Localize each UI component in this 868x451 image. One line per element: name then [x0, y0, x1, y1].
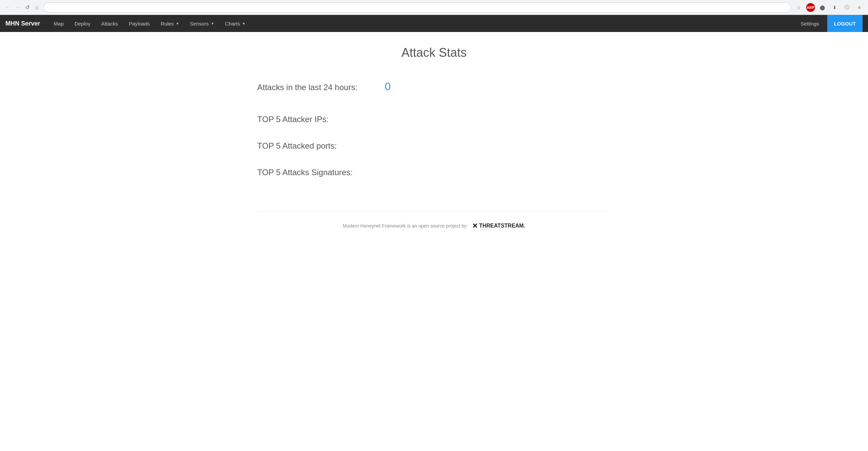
- rules-dropdown-arrow: ▼: [176, 22, 179, 26]
- top5-ports-label: TOP 5 Attacked ports:: [257, 141, 611, 151]
- navbar-right: Settings LOGOUT: [795, 15, 863, 32]
- navbar-nav: Map Deploy Attacks Payloads Rules ▼ Sens…: [48, 15, 795, 32]
- sensors-dropdown-arrow: ▼: [211, 22, 214, 26]
- logout-button[interactable]: LOGOUT: [827, 15, 863, 32]
- top5-ips-label: TOP 5 Attacker IPs:: [257, 115, 611, 124]
- top5-signatures-section: TOP 5 Attacks Signatures:: [257, 168, 611, 177]
- top5-signatures-label: TOP 5 Attacks Signatures:: [257, 168, 611, 177]
- charts-dropdown-arrow: ▼: [242, 22, 245, 26]
- nav-item-rules[interactable]: Rules ▼: [155, 15, 185, 32]
- nav-item-sensors[interactable]: Sensors ▼: [185, 15, 220, 32]
- navbar: MHN Server Map Deploy Attacks Payloads R…: [0, 15, 868, 32]
- browser-actions: ☆ ABP ⬤ ⬇ ⓘ ≡: [794, 3, 864, 12]
- nav-item-deploy[interactable]: Deploy: [69, 15, 96, 32]
- adblock-button[interactable]: ABP: [806, 3, 815, 12]
- browser-chrome: ← → ↺ ⌂ 192.168.5.3/ui/dashboard/ ☆ ABP …: [0, 0, 868, 15]
- info-button[interactable]: ⓘ: [842, 3, 852, 12]
- main-content: Attack Stats Attacks in the last 24 hour…: [230, 32, 638, 254]
- nav-item-payloads[interactable]: Payloads: [123, 15, 155, 32]
- attacks-24h-section: Attacks in the last 24 hours: 0: [257, 80, 611, 98]
- nav-buttons: ← → ↺ ⌂: [4, 3, 41, 12]
- footer: Modern Honeynet Framework is an open sou…: [257, 211, 611, 240]
- footer-text: Modern Honeynet Framework is an open sou…: [343, 223, 468, 229]
- settings-link[interactable]: Settings: [795, 15, 824, 32]
- home-button[interactable]: ⌂: [33, 3, 41, 12]
- nav-item-attacks[interactable]: Attacks: [96, 15, 123, 32]
- footer-content: Modern Honeynet Framework is an open sou…: [257, 222, 611, 230]
- reload-button[interactable]: ↺: [23, 3, 31, 12]
- back-button[interactable]: ←: [4, 3, 12, 12]
- navbar-brand: MHN Server: [5, 20, 40, 27]
- menu-button[interactable]: ≡: [854, 3, 864, 12]
- top5-ports-section: TOP 5 Attacked ports:: [257, 141, 611, 151]
- attacks-24h-value: 0: [385, 80, 391, 93]
- threatstream-name: THREATSTREAM.: [479, 223, 525, 229]
- page-title: Attack Stats: [257, 46, 611, 60]
- url-input[interactable]: 192.168.5.3/ui/dashboard/: [48, 5, 787, 10]
- nav-item-charts[interactable]: Charts ▼: [220, 15, 251, 32]
- nav-item-map[interactable]: Map: [48, 15, 69, 32]
- extension-button[interactable]: ⬤: [818, 3, 827, 12]
- download-button[interactable]: ⬇: [830, 3, 839, 12]
- star-button[interactable]: ☆: [794, 3, 803, 12]
- top5-ips-section: TOP 5 Attacker IPs:: [257, 115, 611, 124]
- attacks-24h-row: Attacks in the last 24 hours: 0: [257, 80, 611, 98]
- threatstream-x-icon: ✕: [472, 222, 478, 230]
- address-bar[interactable]: 192.168.5.3/ui/dashboard/: [44, 2, 791, 13]
- attacks-24h-label: Attacks in the last 24 hours:: [257, 83, 358, 92]
- forward-button[interactable]: →: [14, 3, 22, 12]
- threatstream-logo: ✕ THREATSTREAM.: [472, 222, 525, 230]
